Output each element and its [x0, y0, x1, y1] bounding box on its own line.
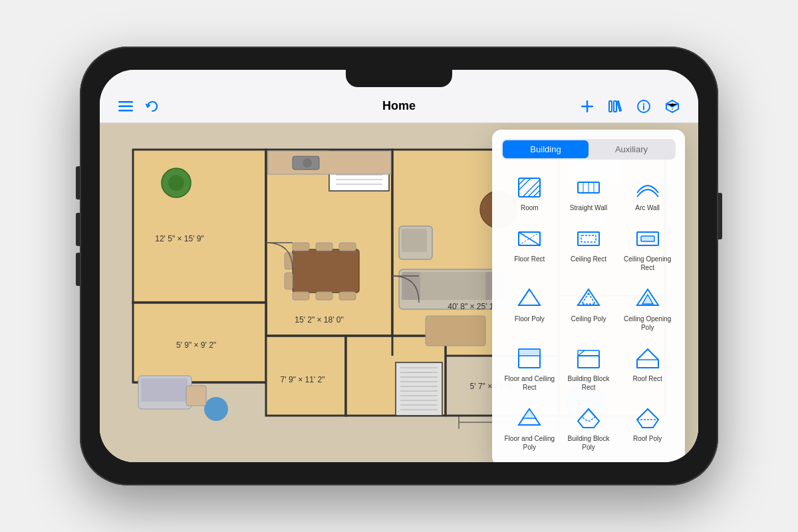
grid-item-room[interactable]: Room [501, 169, 558, 217]
svg-rect-61 [285, 273, 293, 289]
roof-rect-icon [633, 345, 662, 372]
ceiling-opening-rect-label: Ceiling Opening Rect [622, 255, 673, 272]
ceiling-opening-rect-icon [633, 225, 662, 252]
grid-item-floor-poly[interactable]: Floor Poly [501, 280, 558, 337]
svg-rect-118 [519, 349, 540, 356]
svg-rect-110 [641, 236, 654, 241]
svg-rect-5 [609, 101, 612, 112]
grid-item-arc-wall[interactable]: Arc Wall [619, 169, 676, 217]
menu-icon[interactable] [118, 101, 133, 112]
popup-menu: Building Auxiliary RoomStraight WallArc … [492, 130, 685, 462]
building-block-poly-icon [574, 405, 603, 432]
roof-rect-label: Roof Rect [632, 374, 662, 383]
svg-line-97 [523, 180, 540, 197]
popup-grid: RoomStraight WallArc WallFloor RectCeili… [501, 169, 676, 457]
tab-building[interactable]: Building [503, 140, 589, 158]
view3d-icon[interactable] [665, 99, 680, 114]
grid-item-roof-rect[interactable]: Roof Rect [619, 340, 676, 397]
svg-marker-126 [523, 409, 536, 418]
floor-ceiling-rect-icon [515, 345, 544, 372]
top-bar-right [493, 99, 680, 114]
grid-item-ceiling-poly[interactable]: Ceiling Poly [561, 280, 617, 337]
svg-text:15' 2" × 18' 0": 15' 2" × 18' 0" [295, 315, 344, 325]
roof-poly-icon [633, 405, 662, 432]
undo-icon[interactable] [145, 100, 158, 113]
svg-rect-62 [268, 151, 391, 174]
grid-item-roof-poly[interactable]: Roof Poly [619, 400, 676, 457]
ceiling-rect-label: Ceiling Rect [571, 255, 606, 263]
grid-item-floor-ceiling-poly[interactable]: Floor and Ceiling Poly [501, 400, 558, 457]
svg-marker-123 [637, 349, 658, 368]
svg-rect-56 [339, 243, 356, 251]
grid-item-building-block-poly[interactable]: Building Block Poly [561, 400, 617, 457]
screen: Home [100, 70, 698, 462]
svg-rect-59 [339, 292, 356, 300]
ceiling-poly-label: Ceiling Poly [571, 315, 606, 323]
top-bar-left [118, 100, 305, 113]
svg-rect-108 [581, 235, 596, 242]
svg-text:7' 9" × 11' 2": 7' 9" × 11' 2" [281, 375, 325, 384]
ceiling-rect-icon [574, 225, 603, 252]
grid-item-ceiling-rect[interactable]: Ceiling Rect [561, 220, 617, 277]
arc-wall-label: Arc Wall [635, 203, 660, 212]
svg-marker-113 [578, 289, 599, 305]
svg-rect-1 [118, 105, 133, 107]
floor-ceiling-poly-label: Floor and Ceiling Poly [504, 434, 555, 452]
popup-tabs: Building Auxiliary [501, 139, 676, 160]
svg-rect-57 [293, 292, 309, 300]
ceiling-opening-poly-label: Ceiling Opening Poly [622, 315, 673, 332]
building-block-rect-label: Building Block Rect [563, 374, 614, 392]
svg-rect-36 [396, 362, 442, 416]
room-icon [515, 174, 544, 201]
svg-rect-53 [293, 249, 359, 293]
top-bar-center: Home [305, 99, 492, 113]
svg-line-98 [528, 185, 540, 197]
room-label: Room [521, 203, 539, 212]
library-icon[interactable] [608, 100, 622, 113]
svg-rect-69 [426, 316, 485, 346]
grid-item-ceiling-opening-rect[interactable]: Ceiling Opening Rect [619, 220, 676, 277]
svg-rect-52 [186, 386, 206, 406]
floor-poly-label: Floor Poly [515, 315, 545, 323]
ceiling-poly-icon [574, 285, 603, 312]
floor-rect-label: Floor Rect [514, 255, 545, 263]
svg-rect-58 [316, 292, 332, 300]
floor-ceiling-poly-icon [515, 405, 544, 432]
svg-text:12' 5" × 15' 9": 12' 5" × 15' 9" [155, 234, 204, 243]
svg-rect-71 [402, 229, 427, 252]
svg-rect-11 [133, 150, 266, 303]
grid-item-building-block-rect[interactable]: Building Block Rect [561, 340, 617, 397]
svg-text:40' 8" × 25' 1": 40' 8" × 25' 1" [448, 302, 497, 311]
grid-item-floor-rect[interactable]: Floor Rect [501, 220, 558, 277]
app-title: Home [382, 99, 416, 112]
floor-poly-icon [515, 285, 544, 312]
add-button[interactable] [581, 100, 593, 112]
building-block-poly-label: Building Block Poly [563, 434, 614, 452]
svg-rect-54 [293, 243, 309, 251]
svg-rect-119 [578, 356, 599, 368]
svg-marker-114 [582, 293, 595, 304]
svg-point-48 [168, 175, 184, 191]
svg-text:5' 9" × 9' 2": 5' 9" × 9' 2" [176, 340, 216, 350]
svg-rect-55 [316, 243, 332, 251]
svg-marker-111 [519, 289, 540, 305]
grid-item-ceiling-opening-poly[interactable]: Ceiling Opening Poly [619, 280, 676, 337]
svg-rect-6 [614, 101, 616, 112]
svg-rect-0 [118, 101, 133, 103]
grid-item-straight-wall[interactable]: Straight Wall [561, 169, 617, 217]
svg-line-96 [519, 178, 531, 190]
straight-wall-label: Straight Wall [570, 203, 607, 212]
svg-rect-50 [141, 378, 188, 402]
info-icon[interactable] [637, 100, 650, 113]
grid-item-floor-ceiling-rect[interactable]: Floor and Ceiling Rect [501, 340, 558, 397]
svg-line-121 [578, 350, 585, 356]
floorplan-area[interactable]: 12' 5" × 15' 9" 15' 2" × 18' 0" 40' 8" ×… [100, 123, 698, 462]
tab-auxiliary[interactable]: Auxiliary [589, 140, 674, 158]
svg-point-8 [643, 103, 644, 104]
straight-wall-icon [574, 174, 603, 201]
floor-rect-icon [515, 225, 544, 252]
ceiling-opening-poly-icon [633, 285, 662, 312]
roof-poly-label: Roof Poly [633, 434, 662, 443]
svg-marker-127 [578, 409, 599, 428]
svg-point-51 [204, 397, 228, 421]
